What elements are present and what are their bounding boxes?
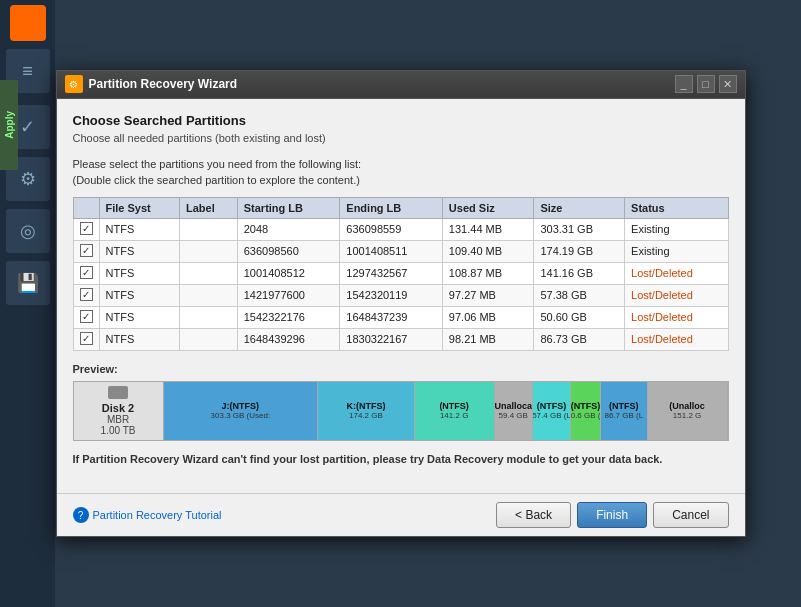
partition-blocks: J:(NTFS)303.3 GB (Used:K:(NTFS)174.2 GB(… bbox=[164, 382, 728, 440]
row-checkbox[interactable] bbox=[80, 266, 93, 279]
table-cell: 131.44 MB bbox=[442, 218, 534, 240]
partition-block-sub: 141.2 G bbox=[440, 411, 468, 420]
table-cell: 97.06 MB bbox=[442, 306, 534, 328]
partition-block-label: (Unallocat bbox=[495, 401, 533, 411]
col-end: Ending LB bbox=[340, 197, 443, 218]
table-cell: 98.21 MB bbox=[442, 328, 534, 350]
title-bar-controls: _ □ ✕ bbox=[675, 75, 737, 93]
table-cell: Lost/Deleted bbox=[625, 328, 728, 350]
table-cell: 1830322167 bbox=[340, 328, 443, 350]
preview-section: Preview: Disk 2 MBR 1.00 TB J:(NTFS)303.… bbox=[73, 363, 729, 441]
table-cell: 1001408511 bbox=[340, 240, 443, 262]
partition-block[interactable]: (Unalloc151.2 G bbox=[648, 382, 728, 440]
partition-block-label: K:(NTFS) bbox=[346, 401, 385, 411]
partition-block-sub: 57.4 GB (L bbox=[533, 411, 571, 420]
disk-size: 1.00 TB bbox=[101, 425, 136, 436]
col-used: Used Siz bbox=[442, 197, 534, 218]
table-row[interactable]: NTFS10014085121297432567108.87 MB141.16 … bbox=[73, 262, 728, 284]
row-checkbox[interactable] bbox=[80, 332, 93, 345]
col-status: Status bbox=[625, 197, 728, 218]
table-row[interactable]: NTFS6360985601001408511109.40 MB174.19 G… bbox=[73, 240, 728, 262]
table-row[interactable]: NTFS2048636098559131.44 MB303.31 GBExist… bbox=[73, 218, 728, 240]
row-checkbox[interactable] bbox=[80, 310, 93, 323]
preview-label: Preview: bbox=[73, 363, 729, 375]
row-checkbox-cell bbox=[73, 218, 99, 240]
close-button[interactable]: ✕ bbox=[719, 75, 737, 93]
table-cell: 1648437239 bbox=[340, 306, 443, 328]
minimize-button[interactable]: _ bbox=[675, 75, 693, 93]
modal-footer: ? Partition Recovery Tutorial < Back Fin… bbox=[57, 493, 745, 536]
partition-block-label: (Unalloc bbox=[669, 401, 705, 411]
partition-block-label: (NTFS) bbox=[609, 401, 639, 411]
table-row[interactable]: NTFS1542322176164843723997.06 MB50.60 GB… bbox=[73, 306, 728, 328]
table-cell: 1001408512 bbox=[237, 262, 340, 284]
table-cell bbox=[180, 328, 238, 350]
warning-text: If Partition Recovery Wizard can't find … bbox=[73, 451, 729, 468]
partition-block[interactable]: J:(NTFS)303.3 GB (Used: bbox=[164, 382, 319, 440]
table-cell: 50.60 GB bbox=[534, 306, 625, 328]
disk-name: Disk 2 bbox=[102, 402, 134, 414]
disk-icon bbox=[108, 386, 128, 399]
table-cell bbox=[180, 262, 238, 284]
table-cell: NTFS bbox=[99, 284, 180, 306]
col-label: Label bbox=[180, 197, 238, 218]
section-title: Choose Searched Partitions bbox=[73, 113, 729, 128]
section-subtitle: Choose all needed partitions (both exist… bbox=[73, 132, 729, 144]
table-cell: 1297432567 bbox=[340, 262, 443, 284]
help-link-text: Partition Recovery Tutorial bbox=[93, 509, 222, 521]
col-check bbox=[73, 197, 99, 218]
instruction-text: Please select the partitions you need fr… bbox=[73, 156, 729, 189]
row-checkbox[interactable] bbox=[80, 222, 93, 235]
col-size: Size bbox=[534, 197, 625, 218]
partition-block[interactable]: (NTFS)50.6 GB (L bbox=[571, 382, 601, 440]
instruction-line2: (Double click the searched partition to … bbox=[73, 174, 360, 186]
table-cell bbox=[180, 284, 238, 306]
partition-block[interactable]: (Unallocat59.4 GB bbox=[495, 382, 533, 440]
table-row[interactable]: NTFS1421977600154232011997.27 MB57.38 GB… bbox=[73, 284, 728, 306]
help-icon: ? bbox=[73, 507, 89, 523]
disk-type: MBR bbox=[107, 414, 129, 425]
partition-table: File Syst Label Starting LB Ending LB Us… bbox=[73, 197, 729, 351]
help-link[interactable]: ? Partition Recovery Tutorial bbox=[73, 507, 222, 523]
partition-block[interactable]: K:(NTFS)174.2 GB bbox=[318, 382, 414, 440]
table-cell: 636098560 bbox=[237, 240, 340, 262]
table-cell bbox=[180, 306, 238, 328]
cancel-button[interactable]: Cancel bbox=[653, 502, 728, 528]
table-cell bbox=[180, 218, 238, 240]
table-cell: Existing bbox=[625, 218, 728, 240]
table-row[interactable]: NTFS1648439296183032216798.21 MB86.73 GB… bbox=[73, 328, 728, 350]
partition-block[interactable]: (NTFS)141.2 G bbox=[415, 382, 495, 440]
disk-info: Disk 2 MBR 1.00 TB bbox=[74, 382, 164, 440]
instruction-line1: Please select the partitions you need fr… bbox=[73, 158, 362, 170]
finish-button[interactable]: Finish bbox=[577, 502, 647, 528]
table-cell: NTFS bbox=[99, 306, 180, 328]
modal-overlay: ⚙ Partition Recovery Wizard _ □ ✕ Choose… bbox=[0, 0, 801, 607]
partition-block-sub: 174.2 GB bbox=[349, 411, 383, 420]
row-checkbox-cell bbox=[73, 262, 99, 284]
partition-block-sub: 50.6 GB (L bbox=[571, 411, 601, 420]
row-checkbox-cell bbox=[73, 306, 99, 328]
table-cell: 1542320119 bbox=[340, 284, 443, 306]
back-button[interactable]: < Back bbox=[496, 502, 571, 528]
partition-block[interactable]: (NTFS)86.7 GB (L bbox=[601, 382, 648, 440]
row-checkbox-cell bbox=[73, 328, 99, 350]
partition-block-label: (NTFS) bbox=[439, 401, 469, 411]
table-cell: 174.19 GB bbox=[534, 240, 625, 262]
table-cell: 141.16 GB bbox=[534, 262, 625, 284]
partition-recovery-wizard-modal: ⚙ Partition Recovery Wizard _ □ ✕ Choose… bbox=[56, 70, 746, 538]
partition-block-sub: 59.4 GB bbox=[499, 411, 528, 420]
row-checkbox[interactable] bbox=[80, 244, 93, 257]
partition-block[interactable]: (NTFS)57.4 GB (L bbox=[533, 382, 571, 440]
partition-block-sub: 86.7 GB (L bbox=[605, 411, 644, 420]
table-cell: Lost/Deleted bbox=[625, 262, 728, 284]
table-cell: NTFS bbox=[99, 262, 180, 284]
partition-block-label: J:(NTFS) bbox=[222, 401, 260, 411]
table-cell: 303.31 GB bbox=[534, 218, 625, 240]
preview-disk: Disk 2 MBR 1.00 TB J:(NTFS)303.3 GB (Use… bbox=[73, 381, 729, 441]
modal-body: Choose Searched Partitions Choose all ne… bbox=[57, 99, 745, 494]
row-checkbox[interactable] bbox=[80, 288, 93, 301]
col-start: Starting LB bbox=[237, 197, 340, 218]
table-cell: 97.27 MB bbox=[442, 284, 534, 306]
maximize-button[interactable]: □ bbox=[697, 75, 715, 93]
table-cell: 1421977600 bbox=[237, 284, 340, 306]
